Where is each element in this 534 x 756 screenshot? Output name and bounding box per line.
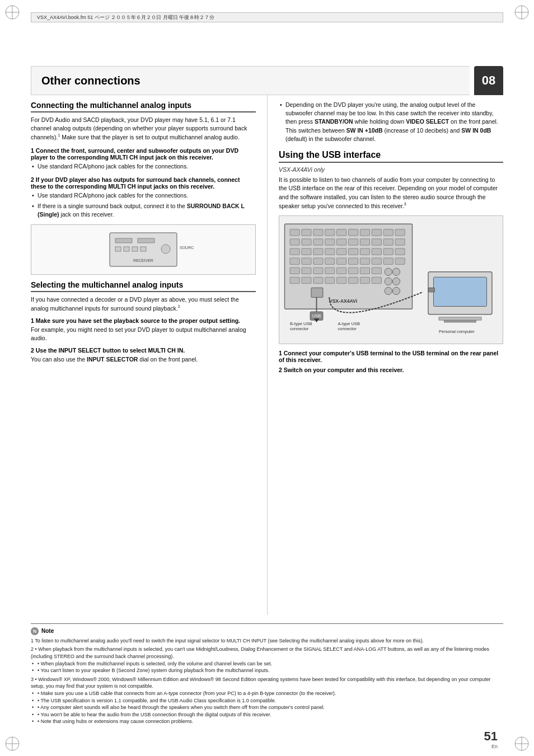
notes-section: N Note 1 To listen to multichannel analo… — [31, 623, 503, 725]
note3b: • Make sure you use a USB cable that con… — [38, 690, 503, 697]
step3-heading: 1 Make sure you have set the playback so… — [31, 317, 256, 324]
svg-text:USB: USB — [312, 314, 321, 319]
section-title-bar: Other connections — [31, 66, 470, 95]
svg-rect-31 — [383, 229, 393, 236]
svg-rect-76 — [349, 278, 358, 284]
svg-rect-54 — [302, 259, 311, 265]
svg-rect-56 — [325, 259, 335, 265]
right-bullet-intro: Depending on the DVD player you're using… — [285, 101, 503, 143]
step3-body: For example, you might need to set your … — [31, 326, 256, 342]
svg-rect-94 — [444, 321, 476, 323]
svg-rect-48 — [349, 248, 358, 255]
step2-heading: 2 If your DVD player also has outputs fo… — [31, 176, 256, 190]
section1-heading: Connecting the multichannel analog input… — [31, 101, 256, 112]
svg-rect-42 — [395, 239, 405, 245]
corner-mark-br — [514, 736, 530, 752]
svg-rect-35 — [313, 239, 323, 245]
svg-rect-65 — [313, 268, 323, 274]
page-title: Other connections — [41, 74, 140, 87]
svg-rect-79 — [311, 288, 323, 298]
svg-rect-53 — [290, 259, 299, 265]
svg-rect-32 — [395, 229, 405, 236]
section2-intro: If you have connected a decoder or a DVD… — [31, 295, 256, 313]
svg-rect-22 — [285, 224, 413, 309]
svg-rect-40 — [372, 239, 381, 245]
svg-rect-45 — [313, 248, 323, 255]
section3-intro: It is possible to listen to two channels… — [279, 176, 503, 210]
svg-text:VSX-AX4AVi: VSX-AX4AVi — [329, 298, 357, 304]
svg-point-80 — [385, 269, 392, 276]
svg-rect-49 — [360, 248, 369, 255]
svg-rect-51 — [383, 248, 393, 255]
svg-text:connector: connector — [338, 327, 357, 332]
svg-rect-33 — [290, 239, 299, 245]
header-file-info: VSX_AX4AVi.book.fm 51 ページ ２００５年６月２０日 月曜日… — [31, 12, 503, 22]
corner-mark-bl — [4, 736, 20, 752]
svg-rect-17 — [132, 247, 138, 251]
step2-bullet2: If there is a single surround back outpu… — [38, 202, 256, 219]
section2-heading: Selecting the multichannel analog inputs — [31, 280, 256, 292]
svg-rect-29 — [360, 229, 369, 236]
svg-rect-14 — [138, 238, 154, 243]
usb-diagram: VSX-AX4AVi USB — [279, 215, 503, 344]
svg-rect-66 — [325, 268, 335, 274]
svg-rect-78 — [372, 278, 381, 284]
svg-point-83 — [392, 278, 400, 285]
svg-rect-25 — [313, 229, 323, 236]
svg-rect-93 — [439, 317, 481, 321]
svg-rect-13 — [115, 238, 132, 243]
svg-text:SOURCE: SOURCE — [180, 246, 194, 250]
svg-text:Personal computer: Personal computer — [439, 329, 475, 334]
svg-rect-67 — [337, 268, 346, 274]
step1-bullet1: Use standard RCA/phono jack cables for t… — [38, 162, 256, 171]
note3c: • The USB specification is version 1.1 c… — [38, 697, 503, 705]
svg-rect-71 — [290, 278, 299, 284]
svg-rect-59 — [360, 259, 369, 265]
svg-rect-63 — [290, 268, 299, 274]
note1: 1 To listen to multichannel analog audio… — [31, 637, 503, 645]
svg-rect-36 — [325, 239, 335, 245]
svg-rect-58 — [349, 259, 358, 265]
svg-rect-55 — [313, 259, 323, 265]
note2: 2 • When playback from the multichannel … — [31, 646, 503, 660]
svg-rect-62 — [395, 259, 405, 265]
svg-point-84 — [385, 288, 392, 295]
note2c: • You can't listen to your speaker B (Se… — [38, 667, 503, 674]
svg-rect-64 — [302, 268, 311, 274]
note3f: • Note that using hubs or extensions may… — [38, 718, 503, 725]
usb-step2: 2 Switch on your computer and this recei… — [279, 367, 503, 373]
svg-rect-70 — [372, 268, 381, 274]
step1-heading: 1 Connect the front, surround, center an… — [31, 147, 256, 161]
page-number: 51 — [484, 729, 498, 744]
main-content: Connecting the multichannel analog input… — [31, 95, 503, 725]
svg-rect-72 — [302, 278, 311, 284]
svg-rect-60 — [372, 259, 381, 265]
svg-text:connector: connector — [290, 327, 309, 332]
svg-rect-39 — [360, 239, 369, 245]
svg-rect-47 — [337, 248, 346, 255]
right-column: Depending on the DVD player you're using… — [267, 95, 503, 615]
chapter-tab: 08 — [474, 66, 503, 95]
svg-rect-27 — [337, 229, 346, 236]
svg-rect-73 — [313, 278, 323, 284]
svg-point-81 — [392, 269, 400, 276]
svg-point-85 — [392, 288, 400, 295]
step4-heading: 2 Use the INPUT SELECT button to select … — [31, 347, 256, 354]
svg-rect-28 — [349, 229, 358, 236]
svg-rect-46 — [325, 248, 335, 255]
svg-rect-75 — [337, 278, 346, 284]
svg-rect-44 — [302, 248, 311, 255]
svg-rect-26 — [325, 229, 335, 236]
section3-italic: VSX-AX4AVi only — [279, 166, 503, 173]
section3-heading: Using the USB interface — [279, 150, 503, 163]
notes-header: N Note — [31, 627, 503, 635]
svg-point-82 — [385, 278, 392, 285]
svg-rect-52 — [395, 248, 405, 255]
svg-rect-69 — [360, 268, 369, 274]
svg-rect-38 — [349, 239, 358, 245]
svg-text:B-type USB: B-type USB — [290, 321, 312, 326]
svg-rect-43 — [290, 248, 299, 255]
svg-rect-74 — [325, 278, 335, 284]
page-number-block: 51 En — [484, 729, 498, 749]
note3d: • Any computer alert sounds will also be… — [38, 704, 503, 711]
